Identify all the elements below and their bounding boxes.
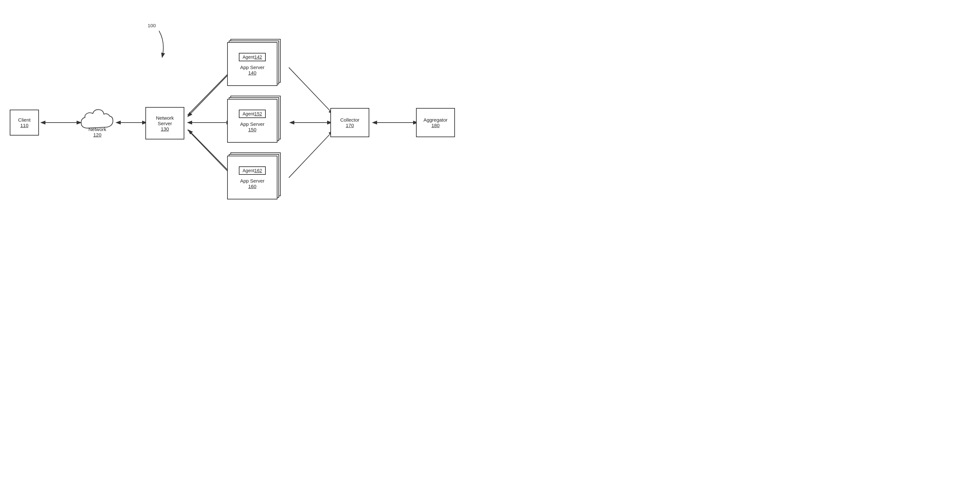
network-server-label1: Network xyxy=(156,115,173,121)
svg-line-9 xyxy=(289,131,332,178)
app-server-1-id: 140 xyxy=(248,70,256,76)
app-server-3-node: Agent162 App Server 160 xyxy=(227,155,279,201)
network-server-label2: Server xyxy=(158,121,172,126)
client-node: Client 110 xyxy=(10,109,39,136)
app-server-3-label: App Server xyxy=(240,178,264,184)
svg-line-2 xyxy=(188,68,234,115)
aggregator-id: 180 xyxy=(431,122,439,128)
agent1-id: 142 xyxy=(255,54,262,60)
agent3-label: Agent xyxy=(243,168,255,173)
network-label: Network xyxy=(88,127,106,132)
diagram: 100 Client 110 Network 120 Network Serve… xyxy=(0,0,490,245)
collector-id: 170 xyxy=(345,122,354,128)
aggregator-node: Aggregator 180 xyxy=(416,108,455,137)
client-label: Client xyxy=(18,117,30,122)
app-server-2-label: App Server xyxy=(240,121,264,127)
app-server-1-node: Agent142 App Server 140 xyxy=(227,42,279,87)
svg-line-3 xyxy=(188,70,233,116)
network-server-id: 130 xyxy=(161,126,169,132)
agent3-id: 162 xyxy=(255,168,262,173)
network-server-node: Network Server 130 xyxy=(145,107,184,140)
network-node: Network 120 xyxy=(78,104,117,138)
agent2-label: Agent xyxy=(243,111,255,116)
svg-line-5 xyxy=(188,130,233,177)
collector-node: Collector 170 xyxy=(330,108,369,137)
app-server-1-label: App Server xyxy=(240,65,264,70)
label-100: 100 xyxy=(148,23,156,28)
app-server-2-id: 150 xyxy=(248,127,256,132)
svg-line-7 xyxy=(289,67,332,114)
aggregator-label: Aggregator xyxy=(423,117,447,122)
agent2-id: 152 xyxy=(255,111,262,116)
app-server-2-node: Agent152 App Server 150 xyxy=(227,99,279,144)
app-server-3-id: 160 xyxy=(248,184,256,189)
client-id: 110 xyxy=(20,122,28,128)
network-id: 120 xyxy=(93,132,101,138)
agent1-label: Agent xyxy=(243,54,255,60)
collector-label: Collector xyxy=(340,117,359,122)
